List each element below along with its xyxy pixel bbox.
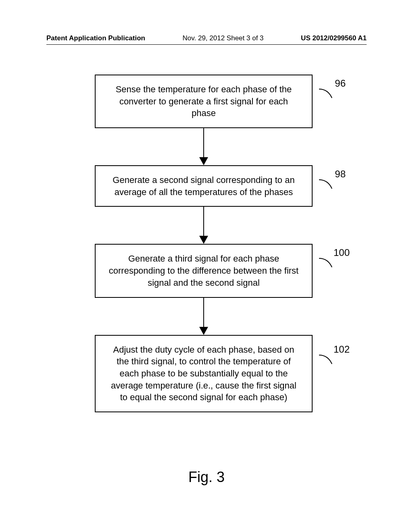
leader-line — [318, 354, 336, 367]
flow-step-2: Generate a second signal corresponding t… — [95, 165, 313, 207]
ref-number: 102 — [334, 344, 350, 355]
arrow-shaft — [203, 298, 204, 327]
flow-box: Sense the temperature for each phase of … — [95, 75, 313, 128]
leader-line — [318, 179, 336, 192]
flow-box-text: Generate a third signal for each phase c… — [109, 254, 298, 287]
arrow-shaft — [203, 207, 204, 236]
figure-label: Fig. 3 — [0, 469, 413, 486]
arrow-head-icon — [199, 236, 208, 244]
flow-step-1: Sense the temperature for each phase of … — [95, 75, 313, 128]
header-date-sheet: Nov. 29, 2012 Sheet 3 of 3 — [183, 34, 264, 42]
flow-step-3: Generate a third signal for each phase c… — [95, 244, 313, 297]
header-rule — [46, 44, 367, 45]
flow-box-text: Sense the temperature for each phase of … — [116, 84, 292, 118]
flowchart: Sense the temperature for each phase of … — [79, 75, 329, 412]
arrow-head-icon — [199, 327, 208, 335]
ref-number: 96 — [335, 78, 346, 89]
ref-number: 100 — [334, 247, 350, 258]
arrow-shaft — [203, 128, 204, 157]
flow-step-4: Adjust the duty cycle of each phase, bas… — [95, 335, 313, 412]
arrow-head-icon — [199, 157, 208, 165]
flow-box: Adjust the duty cycle of each phase, bas… — [95, 335, 313, 412]
page-header: Patent Application Publication Nov. 29, … — [0, 34, 413, 42]
leader-line — [318, 88, 336, 101]
flow-arrow — [199, 207, 208, 244]
header-publication: Patent Application Publication — [46, 34, 145, 42]
flow-arrow — [199, 298, 208, 335]
flow-box: Generate a second signal corresponding t… — [95, 165, 313, 207]
leader-line — [318, 258, 336, 270]
flow-box-text: Generate a second signal corresponding t… — [113, 175, 294, 197]
flow-box-text: Adjust the duty cycle of each phase, bas… — [111, 345, 296, 403]
header-pub-number: US 2012/0299560 A1 — [301, 34, 367, 42]
ref-number: 98 — [335, 168, 346, 180]
flow-arrow — [199, 128, 208, 165]
flow-box: Generate a third signal for each phase c… — [95, 244, 313, 297]
